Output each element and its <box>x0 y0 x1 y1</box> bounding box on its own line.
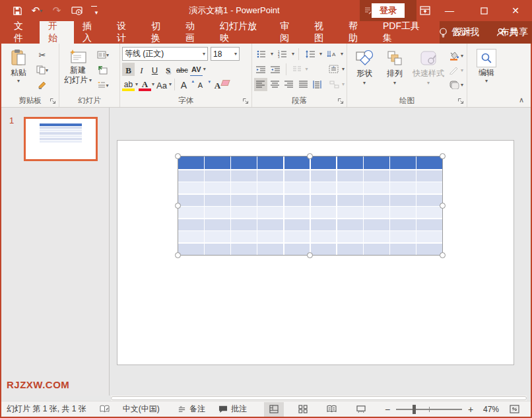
table-cell[interactable] <box>390 182 416 193</box>
table-cell[interactable] <box>390 231 416 242</box>
table-cell[interactable] <box>364 207 389 218</box>
share-button[interactable]: 共享 <box>496 21 528 44</box>
table-cell[interactable] <box>257 170 283 182</box>
minimize-button[interactable]: — <box>438 0 461 21</box>
section-icon[interactable] <box>96 79 110 92</box>
table-cell[interactable] <box>337 195 363 206</box>
shape-fill-button[interactable] <box>449 49 463 62</box>
resize-handle-e[interactable] <box>440 203 446 209</box>
bold-button[interactable]: B <box>122 63 135 76</box>
clear-formatting-button[interactable]: A <box>211 78 224 91</box>
bullets-dropdown-icon[interactable] <box>271 52 273 56</box>
maximize-button[interactable] <box>473 0 495 21</box>
table-cell[interactable] <box>257 231 283 242</box>
table-header-cell[interactable] <box>178 157 204 169</box>
table-cell[interactable] <box>390 170 416 182</box>
resize-handle-nw[interactable] <box>175 153 181 159</box>
format-painter-icon[interactable] <box>35 79 50 92</box>
table-cell[interactable] <box>364 244 389 255</box>
resize-handle-se[interactable] <box>440 252 446 258</box>
copy-dropdown-icon[interactable] <box>46 68 48 73</box>
table-cell[interactable] <box>231 170 257 182</box>
table-cell[interactable] <box>257 207 283 218</box>
table-header-cell[interactable] <box>311 157 337 169</box>
table-cell[interactable] <box>178 219 204 230</box>
table-cell[interactable] <box>284 207 310 218</box>
table-cell[interactable] <box>337 219 363 230</box>
comments-button[interactable]: 批注 <box>212 401 253 417</box>
table-cell[interactable] <box>178 207 204 218</box>
table-header-cell[interactable] <box>337 157 363 169</box>
table-cell[interactable] <box>390 244 416 255</box>
tell-me-box[interactable]: 告诉我 <box>439 21 479 44</box>
login-button[interactable]: 登录 <box>372 3 405 18</box>
table-cell[interactable] <box>416 182 442 193</box>
shapes-button[interactable]: 形状 <box>349 46 380 96</box>
tab-11[interactable]: PDF工具集 <box>374 21 434 44</box>
undo-button[interactable]: ↶ <box>29 2 45 19</box>
font-size-dropdown-icon[interactable] <box>234 52 237 56</box>
change-case-dropdown-icon[interactable] <box>169 82 172 87</box>
table-cell[interactable] <box>416 170 442 182</box>
numbering-icon[interactable]: 123 <box>275 48 290 61</box>
shape-effects-button[interactable] <box>449 78 463 91</box>
tab-1[interactable]: 文件 <box>5 21 40 44</box>
reset-slide-icon[interactable] <box>96 63 110 77</box>
distribute-text-button[interactable] <box>311 78 324 91</box>
table-cell[interactable] <box>284 182 310 193</box>
table-cell[interactable] <box>390 195 416 206</box>
arrange-dropdown-icon[interactable] <box>393 81 396 85</box>
table-cell[interactable] <box>231 207 257 218</box>
tab-9[interactable]: 视图 <box>306 21 340 44</box>
editing-dropdown-icon[interactable] <box>485 79 488 83</box>
tab-4[interactable]: 设计 <box>108 21 143 44</box>
resize-handle-n[interactable] <box>307 153 313 159</box>
resize-handle-s[interactable] <box>307 252 313 258</box>
table-cell[interactable] <box>257 219 283 230</box>
table-cell[interactable] <box>284 170 310 182</box>
table-cell[interactable] <box>337 231 363 242</box>
start-slideshow-icon[interactable] <box>69 2 84 19</box>
table-cell[interactable] <box>178 170 204 182</box>
align-left-button[interactable] <box>254 78 267 91</box>
tab-7[interactable]: 幻灯片放映 <box>211 21 271 44</box>
table-header-cell[interactable] <box>364 157 389 169</box>
table-cell[interactable] <box>311 182 337 193</box>
clipboard-dialog-launcher-icon[interactable] <box>50 98 57 105</box>
table-header-cell[interactable] <box>284 157 310 169</box>
align-text-icon[interactable] <box>327 63 340 76</box>
cut-icon[interactable]: ✂ <box>35 48 50 61</box>
reading-view-button[interactable] <box>322 402 342 417</box>
zoom-percentage[interactable]: 47% <box>475 405 504 414</box>
numbering-dropdown-icon[interactable] <box>292 52 294 56</box>
table-cell[interactable] <box>178 231 204 242</box>
table-cell[interactable] <box>205 207 230 218</box>
table-cell[interactable] <box>364 219 389 230</box>
table-cell[interactable] <box>337 182 363 193</box>
paragraph-dialog-launcher-icon[interactable] <box>337 98 345 105</box>
zoom-in-button[interactable]: + <box>466 404 475 415</box>
increase-font-size-button[interactable]: A <box>178 78 190 91</box>
table-cell[interactable] <box>178 244 204 255</box>
table-cell[interactable] <box>364 195 389 206</box>
table-cell[interactable] <box>311 207 337 218</box>
paste-button[interactable]: 粘贴 <box>3 46 34 96</box>
tab-5[interactable]: 切换 <box>143 21 177 44</box>
font-color-dropdown-icon[interactable] <box>152 82 154 87</box>
decrease-font-size-button[interactable]: A <box>194 78 207 91</box>
italic-button[interactable]: I <box>135 63 148 76</box>
spacing-dropdown-icon[interactable] <box>203 67 206 71</box>
text-shadow-button[interactable]: S <box>162 63 174 76</box>
horizontal-scrollbar[interactable] <box>111 396 527 401</box>
close-button[interactable]: ✕ <box>503 0 528 21</box>
font-name-combo[interactable]: 等线 (正文) <box>122 47 208 61</box>
normal-view-button[interactable] <box>264 402 284 417</box>
tab-3[interactable]: 插入 <box>74 21 108 44</box>
editing-button[interactable]: 编辑 <box>469 46 504 96</box>
tab-6[interactable]: 动画 <box>177 21 211 44</box>
align-right-button[interactable] <box>283 78 296 91</box>
highlight-color-button[interactable]: ab <box>122 78 135 91</box>
table-cell[interactable] <box>311 195 337 206</box>
line-spacing-dropdown-icon[interactable] <box>319 52 322 56</box>
table-shape[interactable] <box>178 157 442 255</box>
